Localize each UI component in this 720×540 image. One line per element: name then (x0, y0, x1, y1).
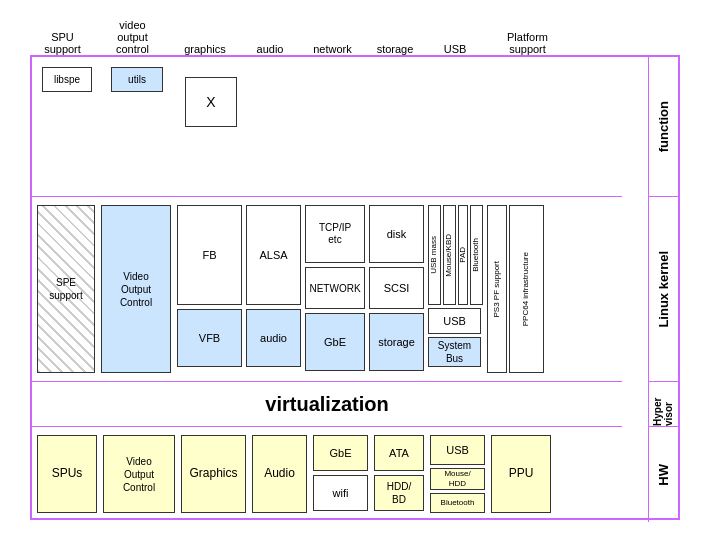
bluetooth-box: Bluetooth (470, 205, 483, 305)
right-label-hyper: Hyper visor (648, 382, 678, 427)
hw-ppu-box: PPU (491, 435, 551, 513)
tcpip-box: TCP/IPetc (305, 205, 365, 263)
col-header-spu: SPUsupport (30, 31, 95, 55)
spus-box: SPUs (37, 435, 97, 513)
hw-hdd-box: HDD/BD (374, 475, 424, 511)
system-bus-box: System Bus (428, 337, 481, 367)
vfb-box: VFB (177, 309, 242, 367)
virtualization-label: virtualization (265, 393, 388, 416)
hw-video-output-control-box: VideoOutputControl (103, 435, 175, 513)
hw-ata-box: ATA (374, 435, 424, 471)
hw-bluetooth-box: Bluetooth (430, 493, 485, 513)
hw-graphics-box: Graphics (181, 435, 246, 513)
x-box: X (185, 77, 237, 127)
usb-mass-box: USB mass (428, 205, 441, 305)
hw-audio-box: Audio (252, 435, 307, 513)
disk-box: disk (369, 205, 424, 263)
libspe-box: libspe (42, 67, 92, 92)
hw-gbe-box: GbE (313, 435, 368, 471)
right-label-hw: HW (648, 427, 678, 522)
video-output-control-box: VideoOutputControl (101, 205, 171, 373)
hw-wifi-box: wifi (313, 475, 368, 511)
right-label-linux: Linux kernel (648, 197, 678, 382)
storage-linux-box: storage (369, 313, 424, 371)
hw-mouse-hdd-box: Mouse/HDD (430, 468, 485, 490)
ps3-pf-box: PS3 PF support (487, 205, 507, 373)
fb-box: FB (177, 205, 242, 305)
col-header-storage: storage (365, 43, 425, 55)
col-header-platform: Platform support (485, 31, 570, 55)
col-header-usb: USB (425, 43, 485, 55)
mouse-kbd-box: Mouse/KBD (443, 205, 456, 305)
ppc64-box: PPC64 infrastructure (509, 205, 544, 373)
audio-linux-box: audio (246, 309, 301, 367)
scsi-box: SCSI (369, 267, 424, 309)
usb-linux-box: USB (428, 308, 481, 334)
col-header-network: network (300, 43, 365, 55)
network-box: NETWORK (305, 267, 365, 309)
gbe-linux-box: GbE (305, 313, 365, 371)
right-label-function: function (648, 57, 678, 197)
hw-usb-box: USB (430, 435, 485, 465)
col-header-video: videooutputcontrol (95, 19, 170, 55)
utils-box: utils (111, 67, 163, 92)
alsa-box: ALSA (246, 205, 301, 305)
spe-support-box: SPEsupport (37, 205, 95, 373)
col-header-graphics: graphics (170, 43, 240, 55)
pad-box: PAD (458, 205, 468, 305)
col-header-audio: audio (240, 43, 300, 55)
